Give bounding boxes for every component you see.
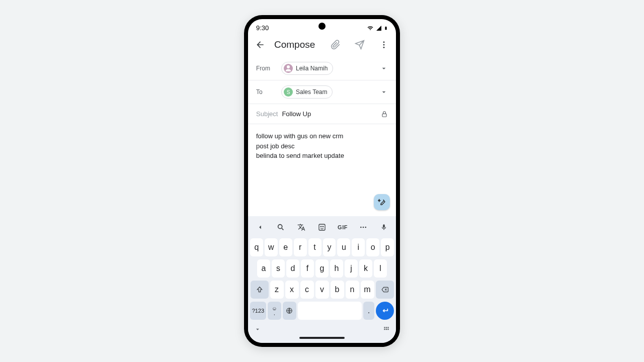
- key-d[interactable]: d: [286, 259, 299, 278]
- key-u[interactable]: u: [337, 238, 350, 256]
- kb-back-icon[interactable]: [253, 220, 267, 234]
- back-icon[interactable]: [254, 39, 266, 51]
- status-icons: [367, 25, 388, 32]
- more-icon[interactable]: [356, 220, 370, 234]
- key-b[interactable]: b: [331, 281, 344, 299]
- globe-key[interactable]: [283, 302, 296, 320]
- key-i[interactable]: i: [352, 238, 365, 256]
- key-a[interactable]: a: [257, 259, 270, 278]
- body-line: belinda to send market update: [256, 151, 388, 161]
- key-v[interactable]: v: [315, 281, 329, 299]
- svg-rect-18: [387, 329, 388, 330]
- svg-rect-13: [384, 327, 385, 328]
- phone-frame: 9:30 Compose From: [244, 15, 400, 347]
- chevron-down-icon[interactable]: [380, 64, 388, 72]
- subject-input[interactable]: Follow Up: [282, 110, 377, 118]
- key-m[interactable]: m: [361, 281, 374, 299]
- nav-handle[interactable]: [299, 337, 345, 339]
- key-o[interactable]: o: [366, 238, 379, 256]
- key-h[interactable]: h: [330, 259, 343, 278]
- camera-notch: [318, 23, 326, 30]
- svg-rect-4: [382, 114, 386, 117]
- more-icon[interactable]: [378, 39, 390, 51]
- emoji-key[interactable]: ☺,: [268, 302, 281, 320]
- keyboard-row-1: q w e r t y u i o p: [250, 238, 394, 256]
- svg-point-0: [383, 41, 385, 43]
- search-icon[interactable]: [274, 220, 288, 234]
- key-e[interactable]: e: [279, 238, 292, 256]
- svg-point-10: [363, 227, 364, 228]
- from-label: From: [256, 65, 276, 72]
- key-j[interactable]: j: [345, 259, 358, 278]
- key-k[interactable]: k: [359, 259, 372, 278]
- from-chip[interactable]: Leila Namih: [281, 62, 333, 75]
- to-chip[interactable]: S Sales Team: [281, 85, 333, 99]
- keyboard-toolbar: GIF: [250, 216, 394, 238]
- backspace-key[interactable]: [376, 281, 394, 299]
- svg-rect-16: [384, 329, 385, 330]
- keyboard-row-4: ?123 ☺, .: [250, 302, 394, 320]
- keyboard-row-2: a s d f g h j k l: [250, 259, 394, 278]
- svg-rect-14: [386, 327, 387, 328]
- keyboard-bottom: [250, 323, 394, 334]
- key-c[interactable]: c: [300, 281, 314, 299]
- mic-icon[interactable]: [377, 220, 391, 234]
- send-icon[interactable]: [354, 39, 366, 51]
- subject-row[interactable]: Subject Follow Up: [248, 104, 396, 124]
- shift-key[interactable]: [251, 281, 269, 299]
- avatar: S: [284, 87, 293, 97]
- gif-button[interactable]: GIF: [336, 220, 350, 234]
- to-name: Sales Team: [296, 88, 327, 96]
- svg-point-3: [287, 65, 290, 68]
- svg-point-1: [383, 44, 385, 46]
- subject-label: Subject: [256, 110, 278, 118]
- to-row[interactable]: To S Sales Team: [248, 80, 396, 104]
- key-g[interactable]: g: [315, 259, 329, 278]
- key-x[interactable]: x: [285, 281, 299, 299]
- body-line: post job desc: [256, 141, 388, 151]
- key-l[interactable]: l: [374, 259, 387, 278]
- key-s[interactable]: s: [272, 259, 285, 278]
- status-time: 9:30: [256, 24, 269, 32]
- chevron-down-icon[interactable]: [380, 88, 388, 96]
- email-body[interactable]: follow up with gus on new crm post job d…: [248, 124, 396, 216]
- sticker-icon[interactable]: [315, 220, 329, 234]
- symbols-key[interactable]: ?123: [250, 302, 266, 320]
- battery-icon: [384, 25, 388, 32]
- period-key[interactable]: .: [363, 302, 374, 320]
- wifi-icon: [367, 25, 374, 31]
- svg-rect-15: [387, 327, 388, 328]
- avatar: [284, 64, 293, 73]
- svg-point-9: [360, 227, 362, 228]
- to-label: To: [256, 88, 276, 96]
- key-f[interactable]: f: [301, 259, 314, 278]
- key-n[interactable]: n: [346, 281, 359, 299]
- space-key[interactable]: [298, 302, 362, 320]
- page-title: Compose: [274, 39, 317, 50]
- enter-key[interactable]: [376, 302, 394, 320]
- ai-assist-button[interactable]: [374, 194, 390, 210]
- key-z[interactable]: z: [270, 281, 284, 299]
- key-r[interactable]: r: [294, 238, 307, 256]
- key-w[interactable]: w: [265, 238, 278, 256]
- collapse-keyboard-icon[interactable]: [254, 326, 261, 333]
- svg-point-2: [383, 47, 385, 48]
- keyboard: GIF q w e r t y u i o p a s d f g: [248, 216, 396, 343]
- keyboard-grid-icon[interactable]: [383, 326, 390, 333]
- svg-point-5: [278, 225, 282, 229]
- body-line: follow up with gus on new crm: [256, 131, 388, 141]
- from-row[interactable]: From Leila Namih: [248, 57, 396, 80]
- from-name: Leila Namih: [296, 65, 328, 72]
- app-bar: Compose: [248, 35, 396, 57]
- svg-rect-6: [319, 224, 325, 230]
- signal-icon: [376, 25, 382, 31]
- key-q[interactable]: q: [250, 238, 263, 256]
- keyboard-row-3: z x c v b n m: [250, 281, 394, 299]
- attach-icon[interactable]: [330, 39, 342, 51]
- svg-point-8: [323, 226, 323, 227]
- key-y[interactable]: y: [323, 238, 336, 256]
- key-t[interactable]: t: [308, 238, 321, 256]
- svg-rect-17: [386, 329, 387, 330]
- translate-icon[interactable]: [294, 220, 308, 234]
- key-p[interactable]: p: [381, 238, 394, 256]
